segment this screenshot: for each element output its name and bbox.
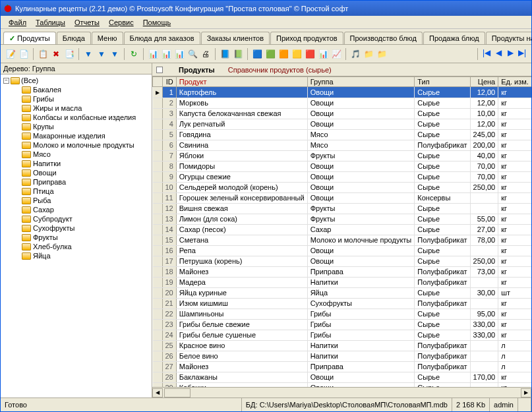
tree-item[interactable]: Яйца <box>2 251 150 260</box>
table-row[interactable]: 1КартофельОвощиСырье12,00кг <box>153 87 532 98</box>
tool-a[interactable]: 📘 <box>219 48 231 60</box>
table-row[interactable]: 2МорковьОвощиСырье12,00кг <box>153 98 532 109</box>
table-row[interactable]: 5ГовядинаМясоСырье245,00кг <box>153 130 532 140</box>
table-row[interactable]: 18МайонезПриправаПолуфабрикат73,00кг <box>153 267 532 278</box>
table-row[interactable]: 24Грибы белые сушеныеГрибыСырье330,00кг <box>153 330 532 341</box>
col-ID[interactable]: ID <box>162 77 176 87</box>
table-row[interactable]: 7ЯблокиФруктыСырье40,00кг <box>153 151 532 162</box>
collapse-icon[interactable]: − <box>3 78 9 84</box>
menu-Сервис[interactable]: Сервис <box>105 18 138 27</box>
tree-item[interactable]: Рыба <box>2 196 150 205</box>
tool-search[interactable]: 🔍 <box>187 48 198 60</box>
table-row[interactable]: 15СметанаМолоко и молочные продуктыПолуф… <box>153 235 532 246</box>
tool-export1[interactable]: 📊 <box>147 48 159 60</box>
tab-6[interactable]: Производство блюд <box>344 32 423 44</box>
table-row[interactable]: 17Петрушка (корень)ОвощиСырье250,00кг <box>153 256 532 267</box>
table-row[interactable]: 11Горошек зеленый консервированныйОвощиК… <box>153 193 532 204</box>
tool-g[interactable]: 🟥 <box>304 48 316 60</box>
tool-export3[interactable]: 📊 <box>173 48 185 60</box>
nav-first[interactable]: |◀ <box>481 48 492 60</box>
table-row[interactable]: 28БаклажаныОвощиСырье170,00кг <box>153 372 532 383</box>
tool-music[interactable]: 🎵 <box>349 48 361 60</box>
tool-f[interactable]: 🟨 <box>291 48 303 60</box>
table-row[interactable]: 19МадераНапиткиПолуфабрикаткг <box>153 278 532 288</box>
scroll-left-icon[interactable]: ◀ <box>152 388 163 397</box>
tool-h[interactable]: 📊 <box>317 48 329 60</box>
tool-edit[interactable]: 📝 <box>5 48 16 60</box>
tab-1[interactable]: Блюда <box>57 32 91 44</box>
tree-item[interactable]: Напитки <box>2 159 150 168</box>
col-rowhead[interactable] <box>153 77 163 87</box>
tab-0[interactable]: Продукты <box>3 32 56 45</box>
scroll-thumb[interactable] <box>164 388 191 397</box>
tool-j[interactable]: 📁 <box>376 48 388 60</box>
nav-prev[interactable]: ◀ <box>493 48 504 60</box>
col-Группа[interactable]: Группа <box>307 77 415 87</box>
table-row[interactable]: 20Яйца куриныеЯйцаСырье30,00шт <box>153 288 532 299</box>
table-row[interactable]: 3Капуста белокачанная свежаяОвощиСырье10… <box>153 109 532 119</box>
tab-2[interactable]: Меню <box>92 32 123 44</box>
tool-refresh[interactable]: ↻ <box>128 48 140 60</box>
table-row[interactable]: 12Вишня свежаяФруктыСырьекг <box>153 204 532 214</box>
tool-copy[interactable]: 📋 <box>37 48 49 60</box>
tree-item[interactable]: Бакалея <box>2 85 150 94</box>
tool-paste[interactable]: 📑 <box>63 48 75 60</box>
tab-3[interactable]: Блюда для заказов <box>124 32 200 44</box>
table-row[interactable]: 23Грибы белые свежиеГрибыСырье330,00кг <box>153 320 532 330</box>
tree-item[interactable]: Субпродукт <box>2 214 150 223</box>
tool-chart[interactable]: 📈 <box>330 48 342 60</box>
col-Ед. изм.[interactable]: Ед. изм. <box>498 77 531 87</box>
tree-item[interactable]: Колбасы и колбасные изделия <box>2 113 150 122</box>
table-row[interactable]: 9Огурцы свежиеОвощиСырье70,00кг <box>153 172 532 183</box>
tree-item[interactable]: Фрукты <box>2 233 150 242</box>
tool-delete[interactable]: ✖ <box>50 48 62 60</box>
col-Цена[interactable]: Цена <box>470 77 498 87</box>
tree-item[interactable]: Молоко и молочные продукты <box>2 140 150 150</box>
menu-Таблицы[interactable]: Таблицы <box>32 18 69 27</box>
tree-item[interactable]: Жиры и масла <box>2 103 150 113</box>
tree-item[interactable]: Сахар <box>2 205 150 214</box>
table-row[interactable]: 14Сахар (песок)СахарСырье27,00кг <box>153 225 532 235</box>
tab-7[interactable]: Продажа блюд <box>423 32 485 44</box>
data-grid[interactable]: IDПродуктГруппаТипЦенаЕд. изм. 1Картофел… <box>152 76 531 387</box>
tool-b[interactable]: 📗 <box>232 48 244 60</box>
menu-Отчеты[interactable]: Отчеты <box>71 18 103 27</box>
tree-root[interactable]: − (Все) <box>2 76 150 85</box>
tool-d[interactable]: 🟩 <box>264 48 276 60</box>
tree-item[interactable]: Хлеб-булка <box>2 242 150 251</box>
tree-item[interactable]: Крупы <box>2 122 150 131</box>
tree[interactable]: − (Все) БакалеяГрибыЖиры и маслаКолбасы … <box>1 74 152 397</box>
scroll-right-icon[interactable]: ▶ <box>521 388 531 397</box>
tree-item[interactable]: Птица <box>2 187 150 196</box>
tree-item[interactable]: Приправа <box>2 177 150 187</box>
tree-item[interactable]: Овощи <box>2 168 150 177</box>
nav-last[interactable]: ▶| <box>517 48 527 60</box>
col-Продукт[interactable]: Продукт <box>176 77 307 87</box>
tool-print[interactable]: 🖨 <box>200 48 212 60</box>
nav-next[interactable]: ▶ <box>505 48 516 60</box>
tree-item[interactable]: Грибы <box>2 94 150 103</box>
tool-e[interactable]: 🟧 <box>278 48 289 60</box>
tool-filter2[interactable]: ▼ <box>96 48 107 60</box>
tree-item[interactable]: Макаронные изделия <box>2 131 150 140</box>
tool-export2[interactable]: 📊 <box>160 48 172 60</box>
tree-item[interactable]: Сухофрукты <box>2 223 150 233</box>
tab-8[interactable]: Продукты на складе <box>486 32 531 44</box>
table-row[interactable]: 6СвининаМясоПолуфабрикат200,00кг <box>153 140 532 151</box>
table-row[interactable]: 27МайонезПриправаПолуфабрикатл <box>153 362 532 372</box>
tool-filter1[interactable]: ▼ <box>82 48 94 60</box>
table-row[interactable]: 21Изюм кишмишСухофруктыПолуфабрикаткг <box>153 299 532 309</box>
table-row[interactable]: 25Красное виноНапиткиПолуфабрикатл <box>153 341 532 351</box>
col-Тип[interactable]: Тип <box>415 77 470 87</box>
table-row[interactable]: 13Лимон (для сока)ФруктыСырье55,00кг <box>153 214 532 225</box>
tool-i[interactable]: 📁 <box>363 48 374 60</box>
table-row[interactable]: 26Белое виноНапиткиПолуфабрикатл <box>153 351 532 362</box>
table-row[interactable]: 8ПомидорыОвощиСырье70,00кг <box>153 162 532 172</box>
tree-item[interactable]: Мясо <box>2 150 150 159</box>
table-row[interactable]: 4Лук репчатыйОвощиСырье12,00кг <box>153 119 532 130</box>
hscrollbar[interactable]: ◀ ▶ <box>152 387 531 397</box>
tab-4[interactable]: Заказы клиентов <box>201 32 270 44</box>
tab-5[interactable]: Приход продуктов <box>270 32 343 44</box>
table-row[interactable]: 16РепаОвощиСырьекг <box>153 246 532 256</box>
tool-filter3[interactable]: ▼ <box>109 48 121 60</box>
